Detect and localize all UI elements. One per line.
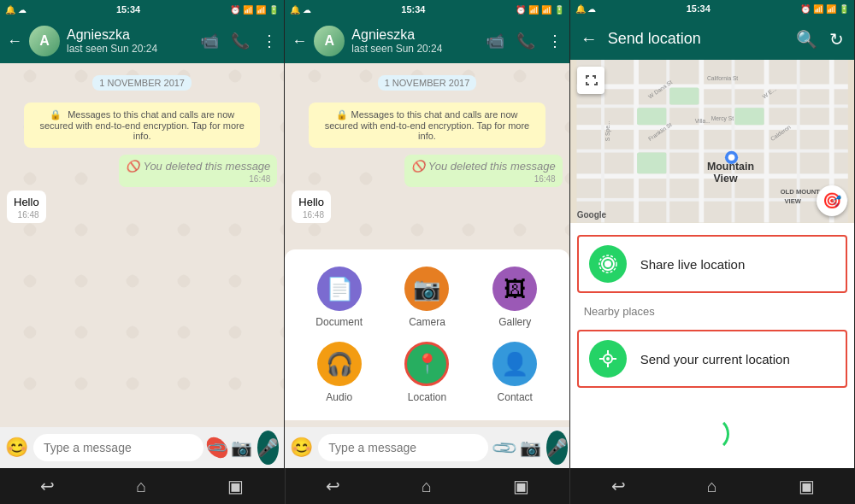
attach-item-camera[interactable]: 📷 Camera [390, 267, 464, 328]
status-icons-left-2: 🔔 ☁ [290, 5, 311, 15]
video-call-icon-2[interactable]: 📹 [486, 32, 504, 50]
nav-back-2[interactable]: ↩ [326, 476, 340, 496]
contact-icon: 👤 [501, 351, 528, 378]
send-current-icon [598, 349, 618, 369]
deleted-message-1: 🚫 You deleted this message 16:48 [119, 155, 277, 187]
share-live-icon-circle [589, 245, 627, 283]
nav-home-1[interactable]: ⌂ [136, 477, 146, 496]
attach-item-audio[interactable]: 🎧 Audio [302, 342, 376, 403]
svg-rect-4 [576, 149, 847, 153]
deleted-text-2: 🚫 You deleted this message [411, 160, 556, 173]
emoji-button-2[interactable]: 😊 [290, 437, 313, 459]
hello-message-2: Hello 16:48 [292, 190, 331, 223]
alarm-icon-3: ⏰ [800, 4, 811, 14]
deleted-icon-2: 🚫 [411, 160, 425, 173]
lock-icon-1: 🔒 [50, 109, 62, 120]
chat-body-1: 1 NOVEMBER 2017 🔒 Messages to this chat … [0, 63, 284, 427]
status-time-2: 15:34 [401, 4, 425, 15]
wifi-icon-2: 📶 [528, 5, 539, 15]
emoji-button-1[interactable]: 😊 [5, 437, 28, 459]
bottom-nav: ↩ ⌂ ▣ ↩ ⌂ ▣ ↩ ⌂ ▣ [0, 468, 855, 504]
system-text-2: Messages to this chat and calls are now … [325, 109, 529, 141]
mic-button-2[interactable]: 🎤 [546, 431, 568, 465]
chat-header-2: ← A Agnieszka last seen Sun 20:24 📹 📞 ⋮ [285, 19, 569, 63]
attach-item-contact[interactable]: 👤 Contact [478, 342, 552, 403]
back-button-2[interactable]: ← [292, 32, 307, 50]
mic-button-1[interactable]: 🎤 [257, 431, 279, 465]
svg-text:California St: California St [707, 75, 738, 81]
location-header: ← Send location 🔍 ↻ [570, 18, 854, 61]
svg-rect-18 [637, 153, 666, 174]
hello-text-2: Hello [298, 196, 324, 208]
contact-label: Contact [498, 391, 533, 403]
document-icon: 📄 [326, 276, 353, 302]
svg-rect-3 [576, 126, 847, 131]
chat-input-bar-1: 😊 📎 📷 🎤 [0, 427, 284, 468]
battery-icon-2: 🔋 [554, 5, 564, 15]
menu-icon-2[interactable]: ⋮ [547, 32, 563, 50]
voice-call-icon-2[interactable]: 📞 [516, 32, 535, 50]
nav-home-3[interactable]: ⌂ [707, 477, 717, 496]
map-container[interactable]: W Dana St California St W E... S Spe... … [570, 60, 854, 223]
attach-item-document[interactable]: 📄 Document [302, 267, 376, 328]
status-bar-3: 🔔 ☁ 15:34 ⏰ 📶 📶 🔋 [570, 0, 854, 18]
loading-spinner-container [570, 400, 854, 468]
document-icon-circle: 📄 [317, 267, 362, 311]
camera-button-1[interactable]: 📷 [231, 437, 252, 458]
expand-map-button[interactable] [577, 67, 604, 94]
attach-item-location[interactable]: 📍 Location [390, 342, 464, 403]
my-location-button[interactable]: 🎯 [817, 185, 847, 216]
contact-name-1: Agnieszka [67, 27, 193, 43]
svg-rect-11 [731, 60, 734, 223]
svg-rect-8 [634, 60, 639, 223]
share-live-location-option[interactable]: Share live location [577, 235, 847, 293]
video-call-icon-1[interactable]: 📹 [200, 32, 219, 50]
svg-point-33 [604, 261, 611, 267]
back-button-1[interactable]: ← [7, 32, 22, 50]
camera-button-2[interactable]: 📷 [520, 437, 541, 458]
nav-recent-3[interactable]: ▣ [799, 476, 815, 496]
attach-item-gallery[interactable]: 🖼 Gallery [478, 267, 552, 328]
nav-back-1[interactable]: ↩ [40, 476, 55, 496]
location-back-button[interactable]: ← [581, 29, 598, 49]
lock-icon-2: 🔒 [336, 109, 348, 120]
location-header-icons: 🔍 ↻ [796, 29, 844, 50]
signal-icon-2: 📶 [541, 5, 551, 15]
header-icons-2: 📹 📞 ⋮ [486, 32, 563, 50]
deleted-text-1: 🚫 You deleted this message [126, 160, 270, 173]
attach-button-1[interactable]: 📎 [203, 433, 232, 462]
nav-recent-2[interactable]: ▣ [513, 476, 529, 496]
contact-icon-circle: 👤 [492, 342, 537, 386]
nav-back-3[interactable]: ↩ [611, 476, 626, 496]
system-message-1: 🔒 Messages to this chat and calls are no… [24, 103, 260, 148]
message-input-1[interactable] [33, 434, 203, 461]
battery-icon-3: 🔋 [839, 4, 849, 14]
status-icons-right-1: ⏰ 📶 📶 🔋 [230, 5, 279, 15]
menu-icon-1[interactable]: ⋮ [262, 32, 277, 50]
camera-icon-circle: 📷 [404, 267, 449, 311]
message-input-2[interactable] [318, 434, 488, 461]
hello-message-1: Hello 16:48 [7, 190, 46, 223]
contact-name-2: Agnieszka [351, 27, 478, 43]
send-current-text: Send your current location [640, 352, 790, 366]
svg-text:VIEW: VIEW [784, 197, 801, 205]
audio-icon: 🎧 [326, 351, 353, 378]
attach-button-2[interactable]: 📎 [490, 433, 520, 463]
location-icon-circle: 📍 [404, 342, 449, 386]
svg-rect-10 [699, 60, 704, 223]
header-icons-1: 📹 📞 ⋮ [200, 32, 277, 50]
svg-rect-6 [576, 198, 847, 202]
share-live-text: Share live location [640, 257, 746, 272]
send-current-icon-circle [589, 340, 627, 378]
nav-recent-1[interactable]: ▣ [227, 476, 244, 496]
deleted-message-2: 🚫 You deleted this message 16:48 [404, 155, 563, 187]
send-current-location-option[interactable]: Send your current location [577, 330, 847, 388]
search-icon[interactable]: 🔍 [796, 29, 817, 50]
refresh-icon[interactable]: ↻ [829, 29, 844, 50]
voice-call-icon-1[interactable]: 📞 [231, 32, 250, 50]
svg-rect-5 [576, 174, 847, 179]
last-seen-1: last seen Sun 20:24 [67, 43, 193, 55]
screen3: 🔔 ☁ 15:34 ⏰ 📶 📶 🔋 ← Send location 🔍 ↻ [570, 0, 855, 468]
nav-home-2[interactable]: ⌂ [422, 477, 432, 496]
wifi-icon-3: 📶 [813, 4, 823, 14]
